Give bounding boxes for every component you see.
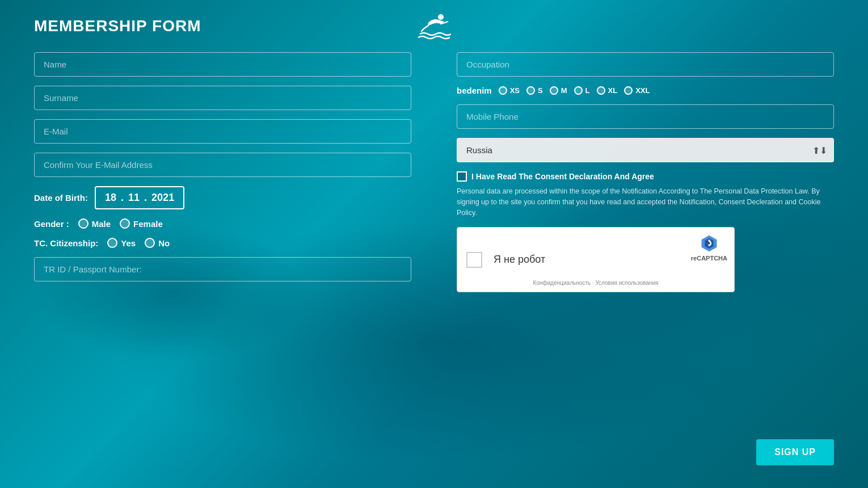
citizenship-row: TC. Citizenship: Yes No (34, 238, 411, 248)
citizenship-yes-label: Yes (121, 238, 136, 248)
size-l-label: L (585, 86, 590, 95)
gender-male-label: Male (92, 219, 111, 229)
recaptcha-subtext: Конфиденциальность · Условия использован… (533, 280, 659, 286)
gender-label: Gender : (34, 219, 69, 229)
recaptcha-logo: reCAPTCHA (691, 234, 727, 262)
gender-female-label: Female (133, 219, 163, 229)
email-input[interactable] (34, 119, 411, 144)
gender-female-option[interactable]: Female (120, 218, 163, 229)
citizenship-no-label: No (158, 238, 170, 248)
country-select[interactable]: Russia Turkey USA Germany France (457, 138, 834, 162)
size-xs-label: XS (510, 86, 520, 95)
size-row: bedenim XS S M L (457, 86, 834, 95)
size-xxl-label: XXL (635, 86, 650, 95)
dob-row: Date of Birth: 18 . 11 . 2021 (34, 186, 411, 209)
consent-paragraph: Personal data are processed within the s… (457, 186, 834, 218)
size-l-option[interactable]: L (574, 86, 590, 95)
size-m-label: M (561, 86, 567, 95)
svg-point-1 (708, 240, 710, 242)
consent-row[interactable]: I Have Read The Consent Declaration And … (457, 171, 834, 182)
signup-button[interactable]: SIGN UP (756, 439, 834, 465)
size-s-label: S (538, 86, 543, 95)
recaptcha-text: Я не робот (494, 254, 545, 266)
size-m-radio[interactable] (550, 86, 558, 95)
size-l-radio[interactable] (574, 86, 583, 95)
dob-label: Date of Birth: (34, 193, 88, 203)
size-xxl-radio[interactable] (624, 86, 633, 95)
name-input[interactable] (34, 52, 411, 77)
size-xl-option[interactable]: XL (597, 86, 618, 95)
citizenship-no-option[interactable]: No (145, 238, 170, 248)
gender-male-radio[interactable] (78, 218, 89, 229)
dob-sep1: . (121, 192, 124, 204)
form-layout: Date of Birth: 18 . 11 . 2021 Gender : M… (34, 52, 834, 292)
consent-label: I Have Read The Consent Declaration And … (471, 172, 654, 181)
recaptcha-checkbox[interactable] (466, 252, 482, 268)
size-xs-radio[interactable] (499, 86, 507, 95)
dob-year: 2021 (151, 192, 174, 204)
left-column: Date of Birth: 18 . 11 . 2021 Gender : M… (34, 52, 411, 292)
dob-month: 11 (128, 192, 140, 204)
gender-female-radio[interactable] (120, 218, 130, 229)
citizenship-yes-radio[interactable] (107, 238, 117, 248)
gender-male-option[interactable]: Male (78, 218, 111, 229)
occupation-input[interactable] (457, 52, 834, 77)
page-title: MEMBERSHIP FORM (34, 17, 834, 35)
size-xl-radio[interactable] (597, 86, 605, 95)
citizenship-yes-option[interactable]: Yes (107, 238, 136, 248)
consent-checkbox[interactable] (457, 171, 467, 182)
recaptcha-box[interactable]: Я не робот reCAPTCHA Конфиденциальность … (457, 227, 735, 292)
surname-input[interactable] (34, 86, 411, 110)
dob-box: 18 . 11 . 2021 (95, 186, 184, 209)
dob-sep2: . (144, 192, 147, 204)
citizenship-label: TC. Citizenship: (34, 238, 98, 248)
size-m-option[interactable]: M (550, 86, 567, 95)
trid-input[interactable] (34, 257, 411, 281)
dob-day: 18 (105, 192, 116, 204)
recaptcha-brand-text: reCAPTCHA (691, 255, 727, 262)
size-s-option[interactable]: S (526, 86, 543, 95)
size-xs-option[interactable]: XS (499, 86, 520, 95)
confirm-email-input[interactable] (34, 153, 411, 177)
gender-row: Gender : Male Female (34, 218, 411, 229)
size-label: bedenim (457, 86, 492, 95)
citizenship-no-radio[interactable] (145, 238, 155, 248)
size-xxl-option[interactable]: XXL (624, 86, 650, 95)
right-column: bedenim XS S M L (457, 52, 834, 292)
size-s-radio[interactable] (526, 86, 535, 95)
size-xl-label: XL (608, 86, 618, 95)
mobile-input[interactable] (457, 104, 834, 129)
country-select-wrapper: Russia Turkey USA Germany France ⬆⬇ (457, 138, 834, 162)
